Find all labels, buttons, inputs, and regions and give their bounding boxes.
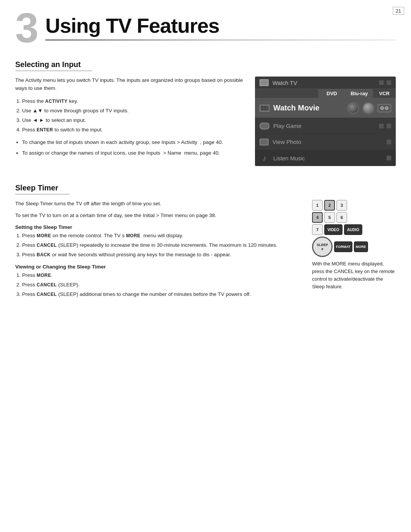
- play-game-row: Play Game: [255, 118, 396, 134]
- setting-step-3: Press BACK or wait five seconds without …: [22, 251, 301, 259]
- chapter-title-underline: [45, 39, 396, 41]
- sleep-section-title: Sleep Timer: [15, 184, 70, 195]
- key-back: BACK: [37, 252, 51, 257]
- viewing-step-3: Press CANCEL (SLEEP) additional times to…: [22, 290, 301, 299]
- selecting-intro: The Activity menu lets you switch TV inp…: [15, 77, 244, 93]
- format-label: FORMAT: [336, 245, 350, 249]
- tv-icon: [260, 79, 269, 86]
- step-1: Press the ACTIVITY key.: [22, 97, 244, 106]
- viewing-step-1: Press MORE.: [22, 271, 301, 280]
- key-more-1: MORE: [37, 233, 51, 238]
- gamepad-icon: [260, 123, 269, 129]
- step-2: Use ▲▼ to move through groups of TV inpu…: [22, 107, 244, 115]
- remote-row-1: 1 2 3: [312, 200, 347, 211]
- bullet-2: To assign or change the names of input i…: [22, 149, 244, 157]
- cassette-reel-left: [380, 106, 384, 110]
- main-content: Selecting an Input The Activity menu let…: [0, 49, 411, 328]
- sleep-section: Sleep Timer The Sleep Timer turns the TV…: [15, 184, 396, 299]
- watch-tv-cell-2: [387, 80, 391, 85]
- watch-tv-cell-1: [379, 80, 384, 85]
- key-cancel-3: CANCEL: [37, 292, 57, 297]
- selecting-steps: Press the ACTIVITY key. Use ▲▼ to move t…: [22, 97, 244, 134]
- remote-row-4: SLEEP ■ FORMAT MORE: [312, 236, 368, 257]
- selecting-left-col: The Activity menu lets you switch TV inp…: [15, 77, 244, 160]
- play-game-label: Play Game: [273, 123, 379, 129]
- key-cancel-1: CANCEL: [37, 243, 57, 248]
- listen-music-row: ♪ Listen Music: [255, 150, 396, 166]
- setting-heading: Setting the Sleep Timer: [15, 224, 301, 230]
- key-more-2: MORE: [37, 273, 51, 278]
- sleep-label: SLEEP: [317, 243, 328, 247]
- btn-audio: AUDIO: [344, 224, 362, 235]
- sleep-two-col: The Sleep Timer turns the TV off after t…: [15, 200, 396, 299]
- btn-1: 1: [312, 200, 323, 211]
- watch-tv-label: Watch TV: [272, 80, 379, 86]
- viewing-steps: Press MORE. Press CANCEL (SLEEP). Press …: [22, 271, 301, 299]
- selecting-section: Selecting an Input The Activity menu let…: [15, 60, 396, 166]
- remote-row-2: 4 5 6: [312, 212, 347, 223]
- setting-steps: Press MORE on the remote control. The TV…: [22, 232, 301, 259]
- dvd-disc: [347, 102, 359, 114]
- cassette-reel-right: [385, 106, 389, 110]
- col-vcr: VCR: [373, 89, 396, 98]
- view-photo-label: View Photo: [272, 139, 387, 145]
- music-icon: ♪: [260, 154, 269, 163]
- btn-6: 6: [336, 212, 347, 223]
- col-dvd: DVD: [318, 89, 346, 98]
- chapter-number: 3: [15, 7, 38, 49]
- page-number: 21: [393, 7, 404, 15]
- btn-sleep[interactable]: SLEEP ■: [312, 236, 333, 257]
- camera-icon: [260, 139, 269, 145]
- chapter-header: 3 Using TV Features: [0, 0, 411, 49]
- remote-caption: With the MORE menu displayed, press the …: [312, 260, 396, 291]
- sleep-right: 1 2 3 4 5 6 7 VIDEO AUDIO: [312, 200, 396, 291]
- sleep-intro-2: To set the TV to turn on at a certain ti…: [15, 212, 301, 220]
- btn-video: VIDEO: [324, 224, 342, 235]
- music-cell-1: [387, 156, 391, 160]
- viewing-heading: Viewing or Changing the Sleep Timer: [15, 264, 301, 270]
- game-cell-1: [379, 124, 384, 128]
- btn-5: 5: [324, 212, 335, 223]
- setting-step-1: Press MORE on the remote control. The TV…: [22, 232, 301, 240]
- remote-row-3: 7 VIDEO AUDIO: [312, 224, 362, 235]
- chapter-title-block: Using TV Features: [45, 11, 396, 41]
- selecting-two-col: The Activity menu lets you switch TV inp…: [15, 77, 396, 166]
- remote-diagram: 1 2 3 4 5 6 7 VIDEO AUDIO: [312, 200, 396, 257]
- col-bluray: Blu-ray: [346, 89, 373, 98]
- selecting-bullets: To change the list of inputs shown in ea…: [22, 138, 244, 158]
- film-icon: [260, 105, 269, 112]
- listen-music-label: Listen Music: [273, 155, 387, 161]
- tv-menu: Watch TV DVD Blu-ray VCR: [255, 77, 396, 166]
- key-cancel-2: CANCEL: [37, 282, 57, 288]
- btn-format[interactable]: FORMAT: [334, 241, 352, 252]
- btn-2: 2: [324, 200, 335, 211]
- step-4: Press ENTER to switch to the input.: [22, 126, 244, 134]
- btn-4: 4: [312, 212, 323, 223]
- sleep-left: The Sleep Timer turns the TV off after t…: [15, 200, 301, 299]
- sleep-intro-1: The Sleep Timer turns the TV off after t…: [15, 200, 301, 208]
- selecting-section-title: Selecting an Input: [15, 60, 92, 71]
- vcr-cassette: [378, 104, 391, 112]
- selecting-right-col: Watch TV DVD Blu-ray VCR: [255, 77, 396, 166]
- view-photo-row: View Photo: [255, 134, 396, 150]
- step-3: Use ◄ ► to select an input.: [22, 116, 244, 125]
- sleep-sub: ■: [321, 247, 323, 251]
- photo-cell-1: [387, 140, 391, 144]
- btn-3: 3: [336, 200, 347, 211]
- btn-more[interactable]: MORE: [354, 241, 368, 252]
- btn-7: 7: [312, 224, 323, 235]
- setting-step-2: Press CANCEL (SLEEP) repeatedly to incre…: [22, 241, 301, 250]
- bullet-1: To change the list of inputs shown in ea…: [22, 138, 244, 147]
- key-more-menu: MORE: [126, 233, 140, 238]
- viewing-step-2: Press CANCEL (SLEEP).: [22, 281, 301, 289]
- game-cell-2: [387, 124, 391, 128]
- watch-movie-label: Watch Movie: [273, 104, 347, 112]
- watch-movie-row: Watch Movie: [255, 98, 396, 118]
- key-activity: ACTIVITY: [45, 99, 68, 104]
- more-label: MORE: [356, 245, 366, 249]
- key-enter: ENTER: [37, 127, 53, 133]
- bluray-disc: [362, 102, 374, 114]
- chapter-title: Using TV Features: [45, 14, 396, 37]
